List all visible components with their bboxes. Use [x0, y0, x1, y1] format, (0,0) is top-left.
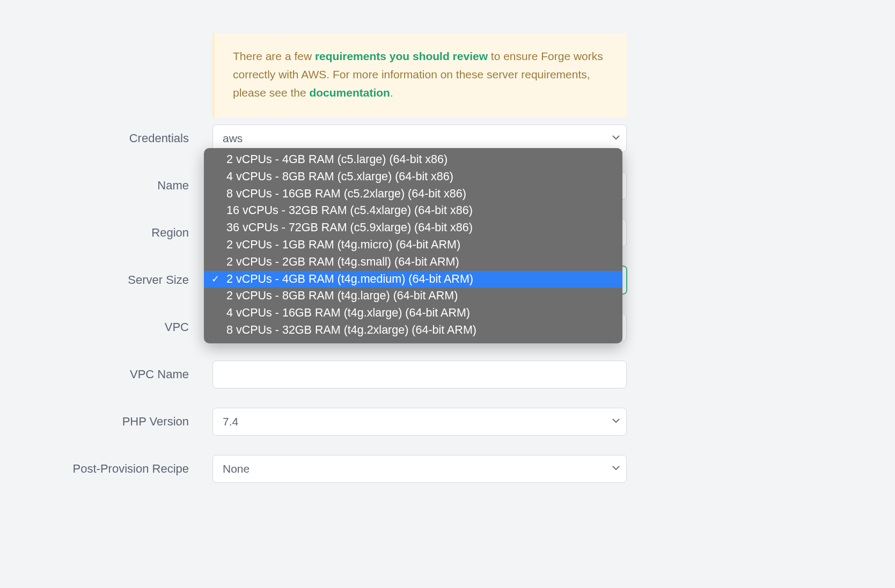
row-php-version: PHP Version 7.4: [0, 408, 627, 436]
server-size-option-label: 2 vCPUs - 2GB RAM (t4g.small) (64-bit AR…: [226, 254, 459, 271]
credentials-select-value: aws: [223, 132, 243, 145]
row-post-provision-recipe: Post-Provision Recipe None: [0, 455, 627, 483]
label-name: Name: [0, 179, 212, 193]
server-size-option-label: 2 vCPUs - 8GB RAM (t4g.large) (64-bit AR…: [226, 288, 458, 305]
label-post-provision-recipe: Post-Provision Recipe: [0, 462, 212, 476]
requirements-link[interactable]: requirements you should review: [315, 50, 488, 62]
server-size-option[interactable]: 2 vCPUs - 4GB RAM (c5.large) (64-bit x86…: [204, 151, 622, 168]
label-php-version: PHP Version: [0, 415, 212, 429]
server-size-option-label: 16 vCPUs - 32GB RAM (c5.4xlarge) (64-bit…: [226, 202, 473, 219]
server-size-option[interactable]: 2 vCPUs - 1GB RAM (t4g.micro) (64-bit AR…: [204, 237, 622, 254]
post-provision-recipe-select-value: None: [223, 462, 250, 475]
php-version-select-value: 7.4: [223, 415, 238, 428]
server-size-option-label: 8 vCPUs - 16GB RAM (c5.2xlarge) (64-bit …: [226, 186, 466, 203]
check-icon: ✓: [211, 272, 219, 286]
notice-text-suffix: .: [390, 86, 393, 99]
label-server-size: Server Size: [0, 273, 212, 287]
server-size-option-label: 8 vCPUs - 32GB RAM (t4g.2xlarge) (64-bit…: [226, 322, 476, 339]
server-size-option[interactable]: 16 vCPUs - 32GB RAM (c5.4xlarge) (64-bit…: [204, 202, 622, 219]
server-size-option-label: 4 vCPUs - 8GB RAM (c5.xlarge) (64-bit x8…: [226, 168, 453, 186]
documentation-link[interactable]: documentation: [309, 86, 390, 99]
server-size-option[interactable]: 8 vCPUs - 32GB RAM (t4g.2xlarge) (64-bit…: [204, 322, 622, 339]
server-size-option[interactable]: 36 vCPUs - 72GB RAM (c5.9xlarge) (64-bit…: [204, 219, 622, 237]
aws-requirements-notice: There are a few requirements you should …: [212, 33, 627, 117]
server-size-option[interactable]: 2 vCPUs - 2GB RAM (t4g.small) (64-bit AR…: [204, 254, 622, 271]
label-vpc: VPC: [0, 320, 212, 334]
server-size-option-label: 4 vCPUs - 16GB RAM (t4g.xlarge) (64-bit …: [226, 305, 470, 322]
php-version-select[interactable]: 7.4: [212, 408, 627, 436]
server-size-option-label: 2 vCPUs - 1GB RAM (t4g.micro) (64-bit AR…: [226, 237, 460, 254]
notice-text-prefix: There are a few: [233, 50, 315, 62]
server-size-option[interactable]: 2 vCPUs - 8GB RAM (t4g.large) (64-bit AR…: [204, 288, 622, 305]
server-size-option-label: 2 vCPUs - 4GB RAM (c5.large) (64-bit x86…: [226, 151, 448, 168]
label-vpc-name: VPC Name: [0, 367, 212, 381]
server-size-dropdown[interactable]: 2 vCPUs - 4GB RAM (c5.large) (64-bit x86…: [204, 148, 622, 343]
server-size-option[interactable]: ✓2 vCPUs - 4GB RAM (t4g.medium) (64-bit …: [204, 271, 622, 288]
server-size-option-label: 2 vCPUs - 4GB RAM (t4g.medium) (64-bit A…: [226, 271, 473, 288]
server-size-option[interactable]: 4 vCPUs - 8GB RAM (c5.xlarge) (64-bit x8…: [204, 168, 622, 186]
row-vpc-name: VPC Name: [0, 361, 627, 388]
server-size-option-label: 36 vCPUs - 72GB RAM (c5.9xlarge) (64-bit…: [226, 219, 473, 237]
label-credentials: Credentials: [0, 131, 212, 145]
server-size-option[interactable]: 4 vCPUs - 16GB RAM (t4g.xlarge) (64-bit …: [204, 305, 622, 322]
server-size-option[interactable]: 8 vCPUs - 16GB RAM (c5.2xlarge) (64-bit …: [204, 186, 622, 203]
post-provision-recipe-select[interactable]: None: [212, 455, 627, 483]
label-region: Region: [0, 226, 212, 240]
vpc-name-input[interactable]: [212, 361, 627, 388]
